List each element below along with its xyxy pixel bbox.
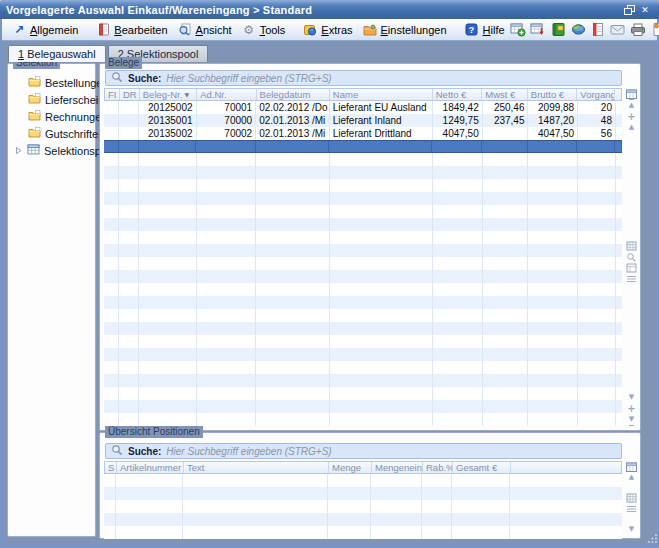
pie-chart-icon[interactable] [570,22,587,38]
belege-search-bar[interactable]: Suche: Hier Suchbegriff eingeben (STRG+S… [105,70,622,86]
menu-hilfe[interactable]: ? Hilfe [460,21,510,38]
grid-options-icon[interactable] [626,274,637,285]
column-header[interactable]: Brutto € [528,89,578,100]
table-row[interactable] [104,166,622,179]
tab-belegauswahl[interactable]: 1 Belegauswahl [8,45,106,62]
sidebar-item-rechnungen[interactable]: Rechnungen [8,108,95,125]
menu-ansicht[interactable]: Ansicht [173,21,237,38]
restore-icon[interactable] [621,3,637,17]
table-row[interactable] [104,179,622,192]
cell [578,205,616,218]
table-row[interactable] [104,474,622,487]
expander-icon[interactable] [15,146,23,155]
cell [483,348,529,361]
cell [528,166,578,179]
column-header[interactable]: S [105,462,117,473]
column-header[interactable]: Mengeneinheit [372,462,423,473]
table-export-icon[interactable] [530,22,547,38]
email-envelope-icon[interactable] [610,22,627,38]
column-header[interactable]: Mwst € [482,89,528,100]
table-row[interactable] [104,348,622,361]
grid-view-icon[interactable] [626,241,637,252]
table-row[interactable] [104,270,622,283]
table-row[interactable] [104,309,622,322]
column-header[interactable]: Name [330,89,433,100]
column-header[interactable]: Gesamt € [453,462,511,473]
column-chooser-icon[interactable] [625,88,638,99]
table-row[interactable] [104,218,622,231]
grid-search-icon[interactable] [626,252,637,263]
scroll-down-icon[interactable]: ▼ [629,524,634,535]
printer-icon[interactable] [630,22,647,38]
column-header[interactable]: Beleg-Nr.▼ [140,89,197,100]
table-row[interactable] [104,153,622,166]
grid-options-icon[interactable] [626,504,637,515]
cell [104,526,116,539]
scroll-up-icon[interactable]: ▲ [629,122,634,133]
table-row[interactable] [104,244,622,257]
table-row[interactable] [104,387,622,400]
table-row[interactable]: 201350017000002.01.2013 /MiLieferant Inl… [104,114,622,127]
table-row[interactable] [104,400,622,413]
sidebar-item-selektionspools[interactable]: Selektionspools [8,142,95,159]
scroll-to-top-icon[interactable]: ▲ [629,99,634,111]
new-document-icon[interactable] [650,22,659,38]
column-header[interactable]: FI [105,89,120,100]
table-row[interactable] [104,513,622,526]
cell [104,101,119,114]
table-row[interactable] [104,283,622,296]
table-row[interactable]: 201350027000202.01.2013 /MiLieferant Dri… [104,127,622,140]
cell [371,513,422,526]
table-row[interactable] [104,257,622,270]
collapse-icon[interactable]: + [627,403,635,414]
archive-book-icon[interactable] [550,22,567,38]
table-row[interactable] [104,322,622,335]
table-row[interactable] [104,205,622,218]
column-chooser-icon[interactable] [625,461,638,472]
sidebar-item-lieferscheine[interactable]: Lieferscheine [8,91,95,108]
table-row[interactable]: 201250027000102.02.2012 /DoLieferant EU … [104,101,622,114]
table-row[interactable] [104,374,622,387]
positionen-search-bar[interactable]: Suche: Hier Suchbegriff eingeben (STRG+S… [105,443,622,459]
table-row[interactable] [104,140,622,153]
menu-einstellungen[interactable]: Einstellungen [358,21,452,38]
cell [578,283,616,296]
column-header[interactable]: Netto € [433,89,483,100]
table-row[interactable] [104,487,622,500]
menu-allgemein[interactable]: ↗ Allgemein [7,21,83,38]
menu-bearbeiten[interactable]: Bearbeiten [91,21,172,38]
grid-filter-icon[interactable] [626,263,637,274]
scroll-up-icon[interactable]: ▲ [629,472,634,483]
column-header[interactable]: Text [184,462,329,473]
cell [197,257,257,270]
menu-tools[interactable]: ⚙ Tools [237,21,291,38]
scroll-to-bottom-icon[interactable]: ▼ [629,414,634,426]
table-row[interactable] [104,231,622,244]
sidebar-item-bestellungen[interactable]: Bestellungen [8,74,95,91]
column-header[interactable]: Rab.% [423,462,453,473]
sidebar-item-gutschriften[interactable]: Gutschriften [8,125,95,142]
table-row[interactable] [104,413,622,426]
menu-extras[interactable]: Extras [298,21,357,38]
close-icon[interactable]: ✕ [637,3,653,17]
column-header[interactable]: DR [120,89,140,100]
scroll-down-icon[interactable]: ▼ [629,392,634,403]
expand-icon[interactable]: + [627,111,635,122]
table-row[interactable] [104,335,622,348]
table-row[interactable] [104,500,622,513]
search-placeholder: Hier Suchbegriff eingeben (STRG+S) [166,446,331,457]
table-add-icon[interactable] [510,22,527,38]
column-header[interactable]: Belegdatum [257,89,330,100]
table-row[interactable] [104,192,622,205]
column-header[interactable]: Vorgang [577,89,615,100]
grid-view-icon[interactable] [626,493,637,504]
table-row[interactable] [104,361,622,374]
report-document-icon[interactable] [590,22,607,38]
cell [197,192,257,205]
column-header[interactable]: Artikelnummer [117,462,184,473]
column-header[interactable]: Menge [329,462,372,473]
table-row[interactable] [104,296,622,309]
table-row[interactable] [104,526,622,539]
column-header[interactable]: Ad.Nr. [197,89,256,100]
resize-grip[interactable] [648,529,658,547]
